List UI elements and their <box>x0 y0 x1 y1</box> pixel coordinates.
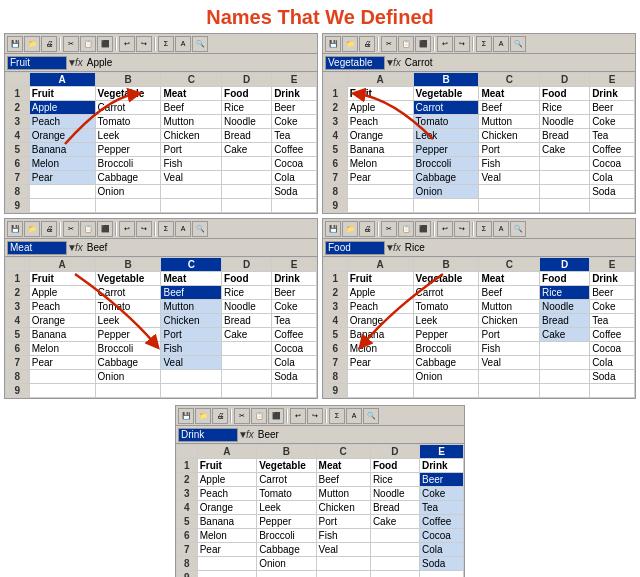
cell[interactable] <box>161 199 222 213</box>
tb-btn[interactable]: A <box>175 221 191 237</box>
cell[interactable]: Melon <box>197 529 256 543</box>
cell[interactable]: Broccoli <box>95 157 161 171</box>
cell[interactable]: Meat <box>316 459 370 473</box>
cell[interactable]: Coffee <box>420 515 464 529</box>
cell[interactable]: Melon <box>347 157 413 171</box>
cell[interactable]: Onion <box>413 185 479 199</box>
cell[interactable]: Mutton <box>479 115 540 129</box>
tb-btn[interactable]: 📋 <box>398 36 414 52</box>
cell[interactable]: Cocoa <box>590 342 635 356</box>
cell[interactable] <box>347 185 413 199</box>
cell[interactable] <box>161 185 222 199</box>
col-header-e[interactable]: E <box>272 258 317 272</box>
cell[interactable]: Tomato <box>413 115 479 129</box>
col-header-e[interactable]: E <box>420 445 464 459</box>
cell[interactable]: Leek <box>95 129 161 143</box>
cell[interactable]: Beef <box>161 101 222 115</box>
name-box-food[interactable]: Food <box>325 241 385 255</box>
cell[interactable]: Rice <box>222 286 272 300</box>
cell[interactable]: Peach <box>29 115 95 129</box>
cell[interactable]: Carrot <box>95 101 161 115</box>
cell[interactable]: Onion <box>95 370 161 384</box>
cell[interactable]: Chicken <box>479 129 540 143</box>
cell[interactable]: Fish <box>479 342 540 356</box>
tb-btn[interactable]: 🖨 <box>359 36 375 52</box>
cell[interactable]: Fish <box>316 529 370 543</box>
name-box-fruit[interactable]: Fruit <box>7 56 67 70</box>
cell[interactable] <box>540 356 590 370</box>
cell[interactable]: Vegetable <box>257 459 316 473</box>
tb-btn[interactable]: 📁 <box>342 36 358 52</box>
col-header-a[interactable]: A <box>197 445 256 459</box>
cell[interactable] <box>95 199 161 213</box>
cell[interactable]: Veal <box>161 356 222 370</box>
cell[interactable]: Leek <box>257 501 316 515</box>
cell[interactable]: Veal <box>161 171 222 185</box>
cell[interactable]: Port <box>161 328 222 342</box>
tb-btn[interactable]: 📁 <box>24 221 40 237</box>
tb-btn[interactable]: 📋 <box>80 221 96 237</box>
name-box-meat[interactable]: Meat <box>7 241 67 255</box>
cell[interactable]: Chicken <box>316 501 370 515</box>
cell[interactable]: Port <box>316 515 370 529</box>
cell[interactable]: Noodle <box>222 300 272 314</box>
cell[interactable]: Melon <box>347 342 413 356</box>
cell[interactable] <box>540 171 590 185</box>
cell[interactable]: Coffee <box>272 143 317 157</box>
cell[interactable]: Peach <box>347 300 413 314</box>
name-box-drink[interactable]: Drink <box>178 428 238 442</box>
cell[interactable]: Chicken <box>161 314 222 328</box>
tb-btn[interactable]: ⬛ <box>268 408 284 424</box>
cell[interactable]: Pear <box>29 356 95 370</box>
cell[interactable]: Coffee <box>272 328 317 342</box>
cell[interactable]: Leek <box>95 314 161 328</box>
cell[interactable]: Fish <box>161 342 222 356</box>
cell[interactable]: Drink <box>590 87 635 101</box>
cell[interactable]: Veal <box>316 543 370 557</box>
cell[interactable]: Apple <box>347 286 413 300</box>
cell[interactable]: Pepper <box>95 328 161 342</box>
cell[interactable] <box>479 185 540 199</box>
cell[interactable]: Apple <box>197 473 256 487</box>
cell[interactable]: Peach <box>197 487 256 501</box>
cell[interactable]: Orange <box>347 314 413 328</box>
cell[interactable] <box>161 384 222 398</box>
cell[interactable]: Leek <box>413 129 479 143</box>
cell[interactable]: Tea <box>272 314 317 328</box>
cell[interactable] <box>197 571 256 578</box>
cell[interactable]: Orange <box>29 129 95 143</box>
col-header-e[interactable]: E <box>590 258 635 272</box>
tb-btn[interactable]: ↩ <box>119 221 135 237</box>
cell[interactable]: Pepper <box>95 143 161 157</box>
cell[interactable]: Cabbage <box>95 171 161 185</box>
cell[interactable]: Vegetable <box>95 87 161 101</box>
cell[interactable] <box>272 199 317 213</box>
cell-selected[interactable]: Apple <box>29 101 95 115</box>
cell[interactable] <box>540 185 590 199</box>
cell[interactable]: Chicken <box>479 314 540 328</box>
cell[interactable]: Cocoa <box>420 529 464 543</box>
tb-btn[interactable]: 🔍 <box>363 408 379 424</box>
cell[interactable]: Broccoli <box>413 342 479 356</box>
cell[interactable]: Banana <box>197 515 256 529</box>
cell[interactable] <box>29 185 95 199</box>
cell[interactable]: Cola <box>590 356 635 370</box>
cell[interactable]: Peach <box>29 300 95 314</box>
cell[interactable]: Meat <box>479 272 540 286</box>
tb-btn[interactable]: 🔍 <box>192 221 208 237</box>
cell[interactable]: Mutton <box>161 115 222 129</box>
tb-btn[interactable]: 💾 <box>325 221 341 237</box>
col-header-a[interactable]: A <box>347 258 413 272</box>
cell-selected[interactable]: Beer <box>420 473 464 487</box>
tb-btn[interactable]: A <box>493 36 509 52</box>
col-header-b[interactable]: B <box>257 445 316 459</box>
cell[interactable]: Coke <box>590 115 635 129</box>
cell[interactable]: Cake <box>222 328 272 342</box>
tb-btn[interactable]: 💾 <box>325 36 341 52</box>
cell[interactable]: Bread <box>370 501 419 515</box>
cell[interactable]: Beer <box>590 286 635 300</box>
cell[interactable] <box>161 370 222 384</box>
tb-btn[interactable]: ↪ <box>454 221 470 237</box>
cell[interactable]: Banana <box>29 143 95 157</box>
tb-btn[interactable]: 🖨 <box>212 408 228 424</box>
